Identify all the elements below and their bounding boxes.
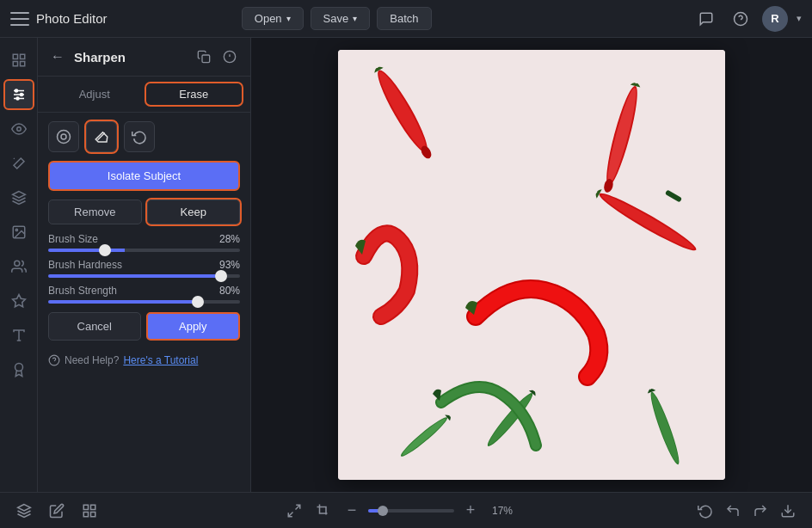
panel-title: Sharpen <box>74 50 187 64</box>
save-label: Save <box>323 12 349 25</box>
save-button[interactable]: Save ▾ <box>311 7 371 30</box>
redo-icon[interactable] <box>748 499 772 523</box>
brush-size-label: Brush Size <box>48 233 98 245</box>
brush-strength-slider[interactable] <box>48 300 240 304</box>
panel: ← Sharpen Adjust Erase <box>38 38 251 492</box>
brush-strength-label-row: Brush Strength 80% <box>48 285 240 297</box>
zoom-slider[interactable] <box>368 509 454 513</box>
svg-point-9 <box>15 89 17 92</box>
brush-circle-icon[interactable] <box>48 121 79 152</box>
remove-button[interactable]: Remove <box>48 200 142 224</box>
brush-hardness-label: Brush Hardness <box>48 259 122 271</box>
svg-marker-17 <box>12 295 25 307</box>
isolate-subject-button[interactable]: Isolate Subject <box>48 161 240 191</box>
avatar[interactable]: R <box>762 6 788 32</box>
eraser-icon[interactable] <box>86 121 117 152</box>
tab-adjust[interactable]: Adjust <box>46 83 143 105</box>
app-title: Photo Editor <box>36 11 108 26</box>
keep-button[interactable]: Keep <box>147 200 241 224</box>
open-button[interactable]: Open ▾ <box>242 7 304 30</box>
svg-rect-3 <box>20 54 24 58</box>
svg-point-26 <box>61 134 66 139</box>
svg-point-11 <box>16 97 19 100</box>
refresh-icon[interactable] <box>124 121 155 152</box>
svg-rect-2 <box>13 54 17 58</box>
help-circle-icon <box>48 354 60 366</box>
tool-icon-row <box>48 121 240 152</box>
tutorial-link[interactable]: Here's a Tutorial <box>123 354 198 366</box>
main-area: ← Sharpen Adjust Erase <box>0 38 812 492</box>
sidebar-item-paint[interactable] <box>3 182 34 213</box>
sidebar-item-grid[interactable] <box>3 45 34 76</box>
panel-header-icons <box>194 46 240 67</box>
brush-size-row: Brush Size 28% <box>48 233 240 252</box>
sidebar-item-wand[interactable] <box>3 148 34 179</box>
svg-rect-47 <box>91 505 95 509</box>
bottombar-left <box>12 499 102 523</box>
zoom-percent: 17% <box>487 505 513 517</box>
brush-size-label-row: Brush Size 28% <box>48 233 240 245</box>
bottombar: − + 17% <box>0 492 812 528</box>
sidebar-item-effects[interactable] <box>3 285 34 316</box>
svg-point-12 <box>16 127 21 132</box>
sidebar-item-image[interactable] <box>3 217 34 248</box>
brush-hardness-label-row: Brush Hardness 93% <box>48 259 240 271</box>
panel-header: ← Sharpen <box>38 38 250 77</box>
layers-icon[interactable] <box>12 499 36 523</box>
brush-hardness-value: 93% <box>219 259 240 271</box>
menu-icon[interactable] <box>10 12 29 26</box>
panel-tabs: Adjust Erase <box>38 77 250 113</box>
sidebar-item-people[interactable] <box>3 251 34 282</box>
open-label: Open <box>255 12 282 25</box>
brush-size-slider[interactable] <box>48 249 240 252</box>
svg-point-10 <box>20 94 22 96</box>
photo-bg <box>338 50 725 480</box>
zoom-in-button[interactable]: + <box>459 500 482 522</box>
copy-icon[interactable] <box>194 46 214 67</box>
expand-icon[interactable] <box>282 499 306 523</box>
chili-photo-svg <box>338 50 725 480</box>
avatar-chevron-icon[interactable]: ▾ <box>797 13 802 24</box>
help-text: Need Help? <box>65 354 119 366</box>
sidebar-item-adjustments[interactable] <box>3 79 34 110</box>
reset-icon[interactable] <box>693 499 717 523</box>
crop-icon[interactable] <box>311 499 335 523</box>
tab-erase[interactable]: Erase <box>146 83 243 105</box>
help-icon[interactable] <box>728 6 754 32</box>
svg-line-51 <box>288 512 292 516</box>
download-icon[interactable] <box>776 499 800 523</box>
svg-rect-48 <box>83 512 88 516</box>
brush-hardness-slider[interactable] <box>48 274 240 278</box>
back-button[interactable]: ← <box>48 47 67 66</box>
svg-point-15 <box>15 229 17 230</box>
grid3-icon[interactable] <box>77 499 102 523</box>
svg-rect-5 <box>20 62 24 66</box>
batch-button[interactable]: Batch <box>377 7 431 30</box>
cancel-button[interactable]: Cancel <box>48 312 141 341</box>
svg-rect-25 <box>58 131 71 144</box>
brush-strength-value: 80% <box>219 285 240 297</box>
brush-hardness-row: Brush Hardness 93% <box>48 259 240 278</box>
bottombar-center: − + 17% <box>282 499 513 523</box>
zoom-out-button[interactable]: − <box>341 500 363 522</box>
svg-rect-4 <box>13 62 17 66</box>
svg-line-50 <box>296 505 300 509</box>
edit-icon[interactable] <box>45 499 69 523</box>
topbar-right: R ▾ <box>693 6 802 32</box>
svg-point-20 <box>15 364 22 371</box>
topbar-left: Photo Editor <box>10 11 108 26</box>
info-icon[interactable] <box>219 46 240 67</box>
canvas-area <box>251 38 812 492</box>
svg-rect-46 <box>83 505 88 509</box>
chat-icon[interactable] <box>693 6 719 32</box>
undo-icon[interactable] <box>721 499 745 523</box>
save-chevron-icon: ▾ <box>353 14 357 23</box>
sidebar-item-text[interactable] <box>3 320 34 351</box>
sidebar-item-eye[interactable] <box>3 114 34 144</box>
brush-size-value: 28% <box>219 233 240 245</box>
apply-button[interactable]: Apply <box>146 312 241 341</box>
remove-keep-row: Remove Keep <box>48 200 240 224</box>
svg-rect-49 <box>91 512 95 516</box>
sidebar-item-badge[interactable] <box>3 354 34 385</box>
action-row: Cancel Apply <box>48 312 240 341</box>
